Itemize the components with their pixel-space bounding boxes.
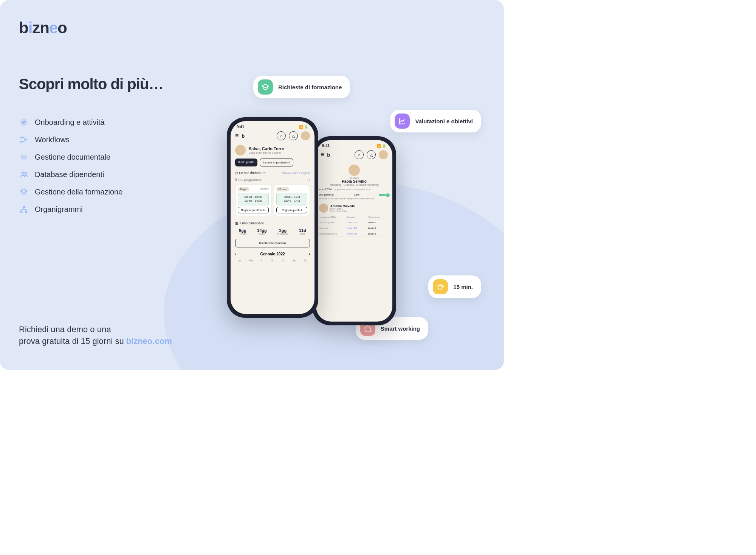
- settings-button[interactable]: Le mie impostazioni: [260, 159, 293, 166]
- status-bar: 9:41 📶 🔋: [316, 140, 392, 149]
- month-label: Gennaio 2022: [260, 252, 285, 256]
- graduation-icon: [258, 79, 273, 95]
- feature-label: Organigrammi: [35, 205, 83, 214]
- progress-bar: [379, 194, 389, 196]
- feature-onboarding: Onboarding e attività: [19, 117, 122, 127]
- register-button[interactable]: Registra questa t: [276, 207, 307, 213]
- table-header: mpetenze (33%) Requisiti Valutazione: [319, 215, 389, 220]
- view-logs-link[interactable]: Visualizzare i registri: [282, 171, 310, 175]
- app-logo: b: [327, 152, 330, 158]
- table-row: lazioni con i clienti Livello 3/5 Livell…: [319, 231, 389, 237]
- calendar-icon: ▦: [235, 221, 240, 225]
- request-absence-button[interactable]: Richiedere assenza: [235, 239, 310, 247]
- status-time: 9:41: [322, 144, 330, 148]
- greeting-date: Oggi è lunedì 29 giugno: [249, 151, 284, 154]
- stat-goduti: 14ggGoduti: [257, 228, 267, 235]
- pill-formazione: Richieste di formazione: [253, 76, 350, 98]
- more-icon[interactable]: ⋮: [307, 221, 310, 225]
- stat-sospeso: 3ggIn sospeso: [277, 228, 288, 235]
- app-header: ≡b ⌕ △: [231, 131, 314, 143]
- svg-point-7: [25, 211, 27, 213]
- greeting-block: Salve, Carlo Torre Oggi è lunedì 29 giug…: [231, 143, 314, 157]
- time-slot: 08:00 - 12:30 12:45 - 14:30: [238, 193, 269, 205]
- search-icon[interactable]: ⌕: [355, 150, 364, 159]
- cup-icon: [433, 279, 448, 294]
- feature-label: Onboarding e attività: [35, 118, 105, 127]
- next-month[interactable]: ›: [309, 252, 310, 256]
- evaluated-avatar: [349, 165, 360, 176]
- weekday-row: Lu Ma Il Gi Vi Sa Do: [231, 258, 314, 263]
- cta-link[interactable]: bizneo.com: [126, 336, 172, 346]
- pill-label: Richieste di formazione: [278, 84, 342, 90]
- check-circle-icon: [19, 117, 29, 127]
- profile-buttons: Il mio profilo Le mie impostazioni: [231, 157, 314, 168]
- gap-row: brio (divario) -33%: [316, 193, 392, 197]
- evaluated-name: Paola Servillo: [316, 179, 392, 183]
- menu-icon[interactable]: ≡: [235, 132, 239, 139]
- nav-arrows[interactable]: ‹ ›: [307, 178, 310, 182]
- users-icon: [19, 169, 29, 179]
- stat-residui: 8ggResidui: [239, 228, 246, 235]
- pill-label: Valutazioni e obiettivi: [415, 118, 473, 124]
- bell-icon[interactable]: △: [289, 131, 298, 140]
- evaluator-row: Antonio Malvedo Peso: 100% Voto finale: …: [316, 202, 392, 214]
- greeting-text: Salve, Carlo Torre: [249, 146, 284, 151]
- feature-training: Gestione della formazione: [19, 187, 122, 197]
- svg-point-2: [21, 141, 22, 143]
- evaluated-role: Marketing · Granada · Direttore marketin…: [316, 183, 392, 186]
- avatar[interactable]: [301, 131, 310, 140]
- avatar[interactable]: [379, 150, 388, 159]
- svg-point-4: [25, 173, 26, 174]
- status-time: 9:41: [237, 125, 244, 129]
- evaluated-label: Valutato: [316, 177, 392, 179]
- svg-point-5: [23, 206, 25, 208]
- month-nav: ‹ Gennaio 2022 ›: [231, 250, 314, 258]
- table-row: voro di squadra Livello 3/5 Livello 2: [319, 220, 389, 225]
- stat-totali: 11dTotali: [299, 228, 306, 235]
- app-header: ≡b ⌕ △: [316, 149, 392, 162]
- menu-icon[interactable]: ≡: [321, 151, 324, 158]
- marketing-slide: bizneo Scopri molto di più… Onboarding e…: [0, 0, 504, 370]
- bell-icon[interactable]: △: [367, 150, 376, 159]
- status-icons: 📶 🔋: [299, 125, 308, 129]
- search-icon[interactable]: ⌕: [277, 131, 286, 140]
- chart-icon: [395, 113, 410, 129]
- profile-button[interactable]: Il mio profilo: [235, 159, 257, 166]
- folder-icon: [19, 152, 29, 162]
- programma-row: Il mio programma ‹ ›: [231, 176, 314, 183]
- feature-database: Database dipendenti: [19, 169, 122, 179]
- cta-line2: prova gratuita di 15 giorni su bizneo.co…: [19, 336, 172, 347]
- calendar-stats: 8ggResidui 14ggGoduti 3ggIn sospeso 11dT…: [231, 227, 314, 238]
- feature-documents: Gestione documentale: [19, 152, 122, 162]
- feature-label: Gestione documentale: [35, 153, 110, 162]
- feature-workflows: Workflows: [19, 135, 122, 145]
- evaluator-vote: Voto finale: 75%.: [330, 210, 355, 212]
- phone-screen: 9:41 📶 🔋 ≡b ⌕ △ Valutato Paola Servillo …: [316, 140, 392, 322]
- evaluator-avatar: [319, 204, 328, 213]
- phone-evaluation: 9:41 📶 🔋 ≡b ⌕ △ Valutato Paola Servillo …: [312, 136, 396, 325]
- time-card: 30 mar 08:00 - 12:3 12:45 - 14:3 Registr…: [274, 185, 310, 216]
- table-row: adership Livello 3/5 Livello 2: [319, 225, 389, 231]
- cta-text: Richiedi una demo o una prova gratuita d…: [19, 324, 172, 347]
- bizneo-logo: bizneo: [19, 19, 67, 37]
- clock-icon: ◷: [235, 171, 239, 175]
- cta-line1: Richiedi una demo o una: [19, 324, 172, 336]
- pill-15min: 15 min.: [428, 275, 481, 298]
- feature-label: Gestione della formazione: [35, 188, 122, 196]
- note-text: ettenuto il 75% dell'importo che poteva …: [316, 197, 392, 202]
- register-button[interactable]: Registra quest'orario: [238, 207, 269, 213]
- pill-valutazioni: Valutazioni e obiettivi: [390, 110, 481, 132]
- feature-list: Onboarding e attività Workflows Gestione…: [19, 117, 122, 222]
- feature-label: Database dipendenti: [35, 170, 104, 179]
- period-row: eno 2024 1 gennaio 2024 - 31 dicembre 20…: [316, 186, 392, 193]
- graduation-icon: [19, 187, 29, 197]
- timbrature-head: ◷ Le mie timbrature Visualizzare i regis…: [231, 168, 314, 176]
- app-logo: b: [242, 133, 245, 139]
- status-icons: 📶 🔋: [377, 144, 386, 148]
- workflow-icon: [19, 135, 29, 145]
- svg-point-6: [20, 211, 22, 213]
- pill-label: Smart working: [381, 325, 420, 332]
- svg-point-1: [21, 137, 22, 138]
- prev-month[interactable]: ‹: [235, 252, 236, 256]
- orgchart-icon: [19, 204, 29, 214]
